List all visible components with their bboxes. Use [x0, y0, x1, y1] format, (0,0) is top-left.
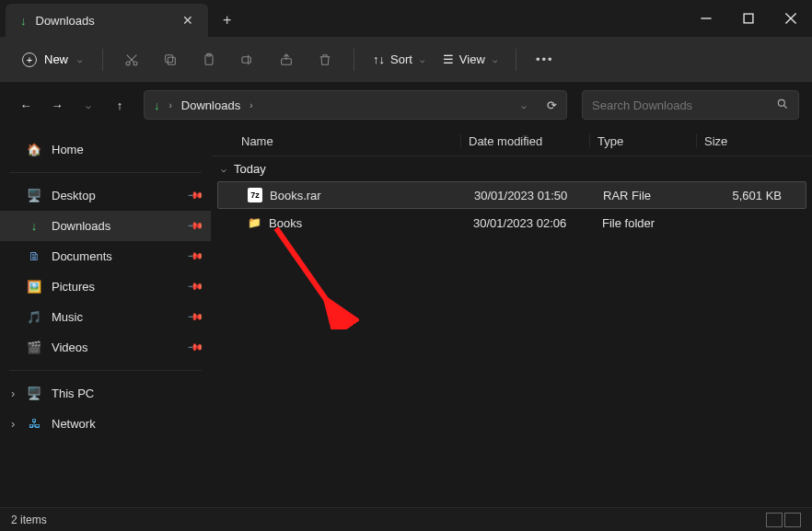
sidebar-item-home[interactable]: 🏠 Home: [0, 134, 211, 165]
column-label: Name: [241, 134, 273, 148]
sidebar-item-label: Videos: [52, 341, 88, 354]
new-button[interactable]: + New ⌵: [13, 47, 91, 73]
sidebar-item-desktop[interactable]: 🖥️ Desktop 📌: [0, 180, 211, 211]
view-button[interactable]: ☰ View ⌵: [435, 47, 505, 72]
sidebar-item-label: Documents: [52, 249, 112, 263]
home-icon: 🏠: [26, 143, 42, 156]
file-size: 5,601 KB: [702, 189, 789, 202]
sidebar-item-videos[interactable]: 🎬 Videos 📌: [0, 332, 211, 363]
music-icon: 🎵: [26, 310, 42, 324]
recent-chevron[interactable]: ⌵: [75, 92, 101, 118]
column-headers: Name ⌵Date modified Type Size: [212, 127, 812, 156]
tab-downloads[interactable]: ↓ Downloads ✕: [6, 4, 208, 37]
address-bar[interactable]: ↓ › Downloads › ⌵ ⟳: [144, 90, 567, 120]
new-tab-button[interactable]: +: [208, 4, 246, 37]
sidebar-item-documents[interactable]: 🗎 Documents 📌: [0, 241, 211, 271]
sidebar-item-network[interactable]: 🖧 Network: [0, 409, 211, 439]
file-row[interactable]: 7z Books.rar 30/01/2023 01:50 RAR File 5…: [217, 181, 806, 209]
view-label: View: [459, 52, 485, 66]
sidebar-item-label: Pictures: [52, 280, 95, 294]
file-row[interactable]: 📁 Books 30/01/2023 02:06 File folder: [217, 209, 806, 237]
sidebar-item-label: Desktop: [52, 189, 96, 202]
chevron-right-icon: ›: [169, 100, 172, 110]
column-label: Type: [597, 134, 623, 148]
cut-button[interactable]: [114, 45, 149, 75]
videos-icon: 🎬: [26, 341, 42, 354]
divider: [9, 370, 202, 371]
pin-icon: 📌: [186, 187, 203, 204]
breadcrumb-location[interactable]: Downloads: [181, 98, 240, 112]
column-header-name[interactable]: Name: [234, 134, 460, 148]
paste-button[interactable]: [191, 45, 226, 75]
chevron-down-icon[interactable]: ⌵: [521, 100, 527, 110]
tab-close-icon[interactable]: ✕: [182, 13, 193, 28]
pc-icon: 🖥️: [26, 387, 42, 400]
delete-button[interactable]: [307, 45, 342, 75]
pin-icon: 📌: [186, 339, 203, 356]
group-label: Today: [234, 162, 266, 176]
new-label: New: [44, 52, 68, 66]
separator: [354, 49, 354, 71]
pictures-icon: 🖼️: [26, 280, 42, 294]
sidebar-item-thispc[interactable]: 🖥️ This PC: [0, 378, 211, 409]
body: 🏠 Home 🖥️ Desktop 📌 ↓ Downloads 📌 🗎 Docu…: [0, 127, 812, 507]
divider: [9, 172, 202, 173]
column-header-type[interactable]: Type: [589, 134, 696, 148]
pin-icon: 📌: [186, 248, 203, 265]
separator: [516, 49, 516, 71]
download-icon: ↓: [20, 14, 27, 28]
rename-button[interactable]: [230, 45, 265, 75]
search-input[interactable]: [592, 98, 776, 112]
forward-button[interactable]: →: [44, 92, 70, 118]
sidebar-item-music[interactable]: 🎵 Music 📌: [0, 302, 211, 332]
sort-icon: ↑↓: [373, 52, 385, 66]
address-row: ← → ⌵ ↑ ↓ › Downloads › ⌵ ⟳: [0, 83, 812, 127]
svg-line-16: [784, 105, 787, 108]
file-date: 30/01/2023 02:06: [466, 216, 595, 230]
column-header-date[interactable]: ⌵Date modified: [460, 134, 589, 148]
download-icon: ↓: [154, 98, 160, 112]
thumbnails-view-button[interactable]: [784, 513, 801, 527]
tab-title: Downloads: [36, 14, 95, 28]
up-button[interactable]: ↑: [107, 92, 133, 118]
sidebar-item-downloads[interactable]: ↓ Downloads 📌: [0, 211, 211, 241]
sidebar-item-pictures[interactable]: 🖼️ Pictures 📌: [0, 271, 211, 302]
pin-icon: 📌: [186, 308, 203, 326]
column-header-size[interactable]: Size: [696, 134, 783, 148]
minimize-button[interactable]: [685, 0, 727, 37]
copy-button[interactable]: [153, 45, 188, 75]
maximize-button[interactable]: [727, 0, 770, 37]
back-button[interactable]: ←: [13, 92, 39, 118]
refresh-button[interactable]: ⟳: [547, 98, 557, 112]
download-icon: ↓: [26, 219, 42, 233]
sort-indicator-icon: ⌵: [523, 131, 528, 139]
file-name: Books.rar: [270, 189, 321, 202]
file-date: 30/01/2023 01:50: [467, 189, 596, 202]
chevron-down-icon: ⌵: [420, 55, 424, 64]
column-label: Date modified: [469, 134, 542, 148]
window-controls: [685, 0, 812, 37]
search-box[interactable]: [582, 90, 799, 120]
file-name: Books: [269, 216, 302, 230]
status-bar: 2 items: [0, 507, 812, 531]
details-view-button[interactable]: [766, 513, 783, 527]
sort-label: Sort: [390, 52, 412, 66]
sidebar-item-label: Network: [52, 417, 96, 431]
desktop-icon: 🖥️: [26, 189, 42, 202]
svg-rect-9: [166, 54, 173, 62]
sidebar: 🏠 Home 🖥️ Desktop 📌 ↓ Downloads 📌 🗎 Docu…: [0, 127, 212, 507]
sort-button[interactable]: ↑↓ Sort ⌵: [365, 47, 432, 72]
file-type: File folder: [595, 216, 702, 230]
content-pane: Name ⌵Date modified Type Size ⌵ Today 7z…: [212, 127, 812, 507]
group-today[interactable]: ⌵ Today: [212, 156, 812, 181]
separator: [102, 49, 103, 71]
close-button[interactable]: [770, 0, 812, 37]
sidebar-item-label: Music: [52, 310, 83, 324]
svg-line-17: [276, 228, 341, 320]
more-button[interactable]: •••: [528, 52, 563, 66]
view-mode-buttons: [766, 513, 801, 527]
documents-icon: 🗎: [26, 249, 42, 263]
share-button[interactable]: [269, 45, 304, 75]
sidebar-item-label: This PC: [52, 387, 94, 400]
view-icon: ☰: [443, 52, 454, 66]
